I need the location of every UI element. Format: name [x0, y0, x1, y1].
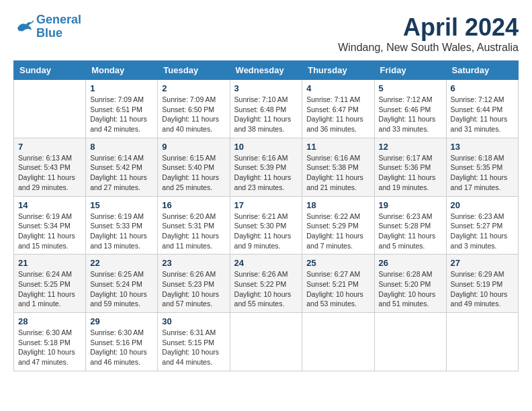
- day-info: Sunrise: 7:12 AM Sunset: 6:44 PM Dayligh…: [451, 95, 514, 134]
- day-number: 7: [18, 142, 81, 152]
- calendar-day-cell: 20Sunrise: 6:23 AM Sunset: 5:27 PM Dayli…: [446, 196, 518, 255]
- day-info: Sunrise: 6:23 AM Sunset: 5:27 PM Dayligh…: [451, 212, 514, 251]
- calendar-header-saturday: Saturday: [446, 61, 518, 80]
- calendar-week-row: 28Sunrise: 6:30 AM Sunset: 5:18 PM Dayli…: [14, 313, 519, 371]
- month-title: April 2024: [338, 13, 519, 42]
- calendar-week-row: 21Sunrise: 6:24 AM Sunset: 5:25 PM Dayli…: [14, 255, 519, 313]
- day-number: 27: [451, 258, 514, 268]
- day-number: 28: [18, 316, 81, 326]
- day-info: Sunrise: 6:18 AM Sunset: 5:35 PM Dayligh…: [451, 153, 514, 193]
- calendar-day-cell: 1Sunrise: 7:09 AM Sunset: 6:51 PM Daylig…: [86, 80, 158, 138]
- calendar-day-cell: 11Sunrise: 6:16 AM Sunset: 5:38 PM Dayli…: [302, 138, 374, 196]
- calendar-week-row: 7Sunrise: 6:13 AM Sunset: 5:43 PM Daylig…: [14, 138, 519, 196]
- calendar-day-cell: 15Sunrise: 6:19 AM Sunset: 5:33 PM Dayli…: [86, 196, 158, 255]
- calendar-day-cell: 21Sunrise: 6:24 AM Sunset: 5:25 PM Dayli…: [14, 255, 86, 313]
- day-info: Sunrise: 6:17 AM Sunset: 5:36 PM Dayligh…: [379, 153, 442, 193]
- day-info: Sunrise: 7:12 AM Sunset: 6:46 PM Dayligh…: [379, 95, 442, 134]
- day-number: 23: [162, 258, 225, 268]
- calendar-header-row: SundayMondayTuesdayWednesdayThursdayFrid…: [14, 61, 519, 80]
- calendar-day-cell: 26Sunrise: 6:28 AM Sunset: 5:20 PM Dayli…: [374, 255, 446, 313]
- calendar-day-cell: 6Sunrise: 7:12 AM Sunset: 6:44 PM Daylig…: [446, 80, 518, 138]
- calendar-day-cell: 7Sunrise: 6:13 AM Sunset: 5:43 PM Daylig…: [14, 138, 86, 196]
- calendar-day-cell: [374, 313, 446, 371]
- calendar-day-cell: 10Sunrise: 6:16 AM Sunset: 5:39 PM Dayli…: [230, 138, 302, 196]
- day-info: Sunrise: 6:25 AM Sunset: 5:24 PM Dayligh…: [90, 269, 153, 309]
- day-info: Sunrise: 6:26 AM Sunset: 5:22 PM Dayligh…: [234, 269, 298, 309]
- day-info: Sunrise: 6:27 AM Sunset: 5:21 PM Dayligh…: [306, 269, 369, 309]
- day-number: 14: [18, 200, 81, 210]
- day-info: Sunrise: 6:28 AM Sunset: 5:20 PM Dayligh…: [379, 269, 442, 309]
- calendar-day-cell: 9Sunrise: 6:15 AM Sunset: 5:40 PM Daylig…: [158, 138, 230, 196]
- day-info: Sunrise: 6:26 AM Sunset: 5:23 PM Dayligh…: [162, 269, 225, 309]
- day-info: Sunrise: 6:15 AM Sunset: 5:40 PM Dayligh…: [162, 153, 225, 193]
- day-info: Sunrise: 6:16 AM Sunset: 5:38 PM Dayligh…: [306, 153, 369, 193]
- calendar-day-cell: [230, 313, 302, 371]
- calendar-day-cell: 18Sunrise: 6:22 AM Sunset: 5:29 PM Dayli…: [302, 196, 374, 255]
- calendar-day-cell: 23Sunrise: 6:26 AM Sunset: 5:23 PM Dayli…: [158, 255, 230, 313]
- day-number: 4: [306, 83, 369, 93]
- day-number: 1: [90, 83, 153, 93]
- day-info: Sunrise: 6:19 AM Sunset: 5:34 PM Dayligh…: [18, 212, 81, 251]
- day-number: 10: [234, 142, 298, 152]
- calendar-header-wednesday: Wednesday: [230, 61, 302, 80]
- day-number: 24: [234, 258, 298, 268]
- day-info: Sunrise: 6:30 AM Sunset: 5:16 PM Dayligh…: [90, 328, 153, 367]
- calendar-header-friday: Friday: [374, 61, 446, 80]
- day-info: Sunrise: 6:19 AM Sunset: 5:33 PM Dayligh…: [90, 212, 153, 251]
- day-number: 29: [90, 316, 153, 326]
- day-number: 12: [379, 142, 442, 152]
- calendar-day-cell: [446, 313, 518, 371]
- calendar-day-cell: 4Sunrise: 7:11 AM Sunset: 6:47 PM Daylig…: [302, 80, 374, 138]
- day-number: 15: [90, 200, 153, 210]
- day-number: 5: [379, 83, 442, 93]
- day-number: 6: [451, 83, 514, 93]
- day-info: Sunrise: 6:21 AM Sunset: 5:30 PM Dayligh…: [234, 212, 298, 251]
- day-number: 22: [90, 258, 153, 268]
- calendar-table: SundayMondayTuesdayWednesdayThursdayFrid…: [13, 60, 519, 371]
- calendar-header-sunday: Sunday: [14, 61, 86, 80]
- day-number: 30: [162, 316, 225, 326]
- calendar-day-cell: 14Sunrise: 6:19 AM Sunset: 5:34 PM Dayli…: [14, 196, 86, 255]
- calendar-day-cell: 16Sunrise: 6:20 AM Sunset: 5:31 PM Dayli…: [158, 196, 230, 255]
- calendar-day-cell: [14, 80, 86, 138]
- day-info: Sunrise: 6:29 AM Sunset: 5:19 PM Dayligh…: [451, 269, 514, 309]
- calendar-day-cell: 30Sunrise: 6:31 AM Sunset: 5:15 PM Dayli…: [158, 313, 230, 371]
- page-header: General Blue April 2024 Windang, New Sou…: [13, 13, 519, 54]
- calendar-week-row: 1Sunrise: 7:09 AM Sunset: 6:51 PM Daylig…: [14, 80, 519, 138]
- calendar-day-cell: 2Sunrise: 7:09 AM Sunset: 6:50 PM Daylig…: [158, 80, 230, 138]
- calendar-week-row: 14Sunrise: 6:19 AM Sunset: 5:34 PM Dayli…: [14, 196, 519, 255]
- day-number: 21: [18, 258, 81, 268]
- calendar-day-cell: 3Sunrise: 7:10 AM Sunset: 6:48 PM Daylig…: [230, 80, 302, 138]
- day-number: 18: [306, 200, 369, 210]
- calendar-day-cell: 19Sunrise: 6:23 AM Sunset: 5:28 PM Dayli…: [374, 196, 446, 255]
- day-info: Sunrise: 6:30 AM Sunset: 5:18 PM Dayligh…: [18, 328, 81, 367]
- day-info: Sunrise: 7:10 AM Sunset: 6:48 PM Dayligh…: [234, 95, 298, 134]
- calendar-day-cell: 22Sunrise: 6:25 AM Sunset: 5:24 PM Dayli…: [86, 255, 158, 313]
- day-info: Sunrise: 7:11 AM Sunset: 6:47 PM Dayligh…: [306, 95, 369, 134]
- calendar-day-cell: 12Sunrise: 6:17 AM Sunset: 5:36 PM Dayli…: [374, 138, 446, 196]
- calendar-header-thursday: Thursday: [302, 61, 374, 80]
- day-info: Sunrise: 6:22 AM Sunset: 5:29 PM Dayligh…: [306, 212, 369, 251]
- title-section: April 2024 Windang, New South Wales, Aus…: [338, 13, 519, 54]
- calendar-day-cell: 5Sunrise: 7:12 AM Sunset: 6:46 PM Daylig…: [374, 80, 446, 138]
- location-subtitle: Windang, New South Wales, Australia: [338, 42, 519, 54]
- calendar-day-cell: 13Sunrise: 6:18 AM Sunset: 5:35 PM Dayli…: [446, 138, 518, 196]
- day-number: 2: [162, 83, 225, 93]
- day-info: Sunrise: 6:20 AM Sunset: 5:31 PM Dayligh…: [162, 212, 225, 251]
- calendar-day-cell: 25Sunrise: 6:27 AM Sunset: 5:21 PM Dayli…: [302, 255, 374, 313]
- day-number: 11: [306, 142, 369, 152]
- calendar-day-cell: 28Sunrise: 6:30 AM Sunset: 5:18 PM Dayli…: [14, 313, 86, 371]
- calendar-day-cell: 8Sunrise: 6:14 AM Sunset: 5:42 PM Daylig…: [86, 138, 158, 196]
- day-number: 3: [234, 83, 298, 93]
- day-number: 9: [162, 142, 225, 152]
- day-number: 25: [306, 258, 369, 268]
- day-info: Sunrise: 7:09 AM Sunset: 6:51 PM Dayligh…: [90, 95, 153, 134]
- calendar-header-tuesday: Tuesday: [158, 61, 230, 80]
- day-number: 20: [451, 200, 514, 210]
- day-number: 26: [379, 258, 442, 268]
- day-info: Sunrise: 6:13 AM Sunset: 5:43 PM Dayligh…: [18, 153, 81, 193]
- day-info: Sunrise: 6:23 AM Sunset: 5:28 PM Dayligh…: [379, 212, 442, 251]
- calendar-day-cell: 27Sunrise: 6:29 AM Sunset: 5:19 PM Dayli…: [446, 255, 518, 313]
- calendar-day-cell: 24Sunrise: 6:26 AM Sunset: 5:22 PM Dayli…: [230, 255, 302, 313]
- calendar-day-cell: 29Sunrise: 6:30 AM Sunset: 5:16 PM Dayli…: [86, 313, 158, 371]
